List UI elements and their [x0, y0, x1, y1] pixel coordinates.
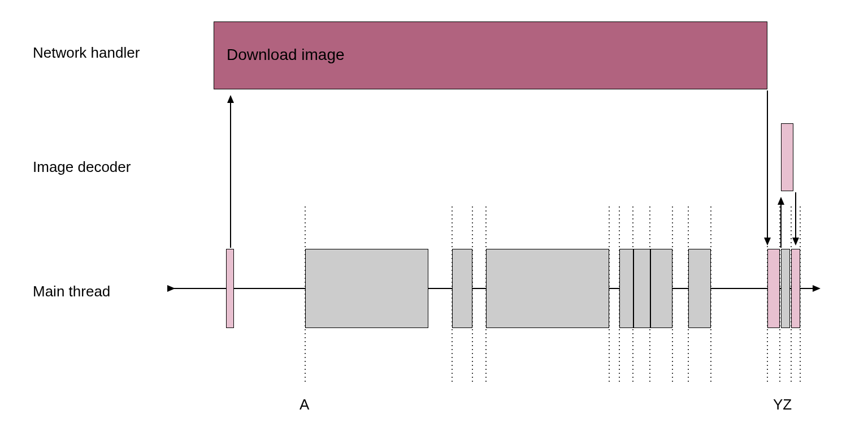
main-block-7	[781, 249, 790, 328]
inner-divider-1	[633, 249, 634, 328]
main-block-3	[486, 249, 609, 328]
marker-label-a: A	[300, 396, 309, 413]
thread-timeline-diagram: Network handler Image decoder Main threa…	[0, 0, 868, 431]
download-image-label: Download image	[227, 46, 345, 64]
main-block-5	[688, 249, 711, 328]
inner-divider-2	[650, 249, 651, 328]
main-block-2	[452, 249, 472, 328]
main-block-4	[619, 249, 672, 328]
marker-label-yz: YZ	[773, 396, 792, 413]
network-download-block: Download image	[214, 21, 767, 89]
main-block-6	[767, 249, 780, 328]
main-block-8	[791, 249, 800, 328]
main-block-0	[226, 249, 234, 328]
decoder-block	[781, 123, 793, 191]
main-block-1	[305, 249, 428, 328]
